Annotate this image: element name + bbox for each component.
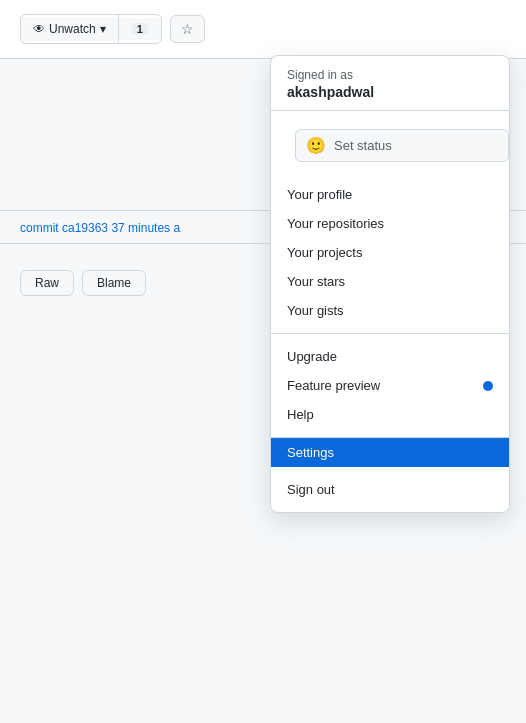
dropdown-header: Signed in as akashpadwal [271,56,509,111]
eye-icon: 👁 [33,22,45,36]
star-button[interactable]: ☆ [170,15,205,43]
feature-preview-dot [483,381,493,391]
user-dropdown-menu: Signed in as akashpadwal 🙂 Set status Yo… [270,55,510,513]
dropdown-section-profile: Your profile Your repositories Your proj… [271,172,509,334]
raw-button[interactable]: Raw [20,270,74,296]
watch-count[interactable]: 1 [119,18,161,40]
sign-out-item[interactable]: Sign out [271,475,509,504]
signed-in-label: Signed in as [287,68,493,82]
your-gists-item[interactable]: Your gists [271,296,509,325]
upgrade-item[interactable]: Upgrade [271,342,509,371]
set-status-button[interactable]: 🙂 Set status [295,129,509,162]
your-profile-item[interactable]: Your profile [271,180,509,209]
settings-item[interactable]: Settings [271,438,509,467]
file-actions: Raw Blame [20,270,146,296]
sign-out-section: Sign out [271,467,509,512]
repo-actions-bar: 👁 Unwatch ▾ 1 ☆ [0,0,526,59]
unwatch-button[interactable]: 👁 Unwatch ▾ [21,17,118,41]
your-repositories-item[interactable]: Your repositories [271,209,509,238]
your-stars-item[interactable]: Your stars [271,267,509,296]
set-status-area: 🙂 Set status [271,111,509,172]
help-item[interactable]: Help [271,400,509,429]
watch-button-group: 👁 Unwatch ▾ 1 [20,14,162,44]
your-projects-item[interactable]: Your projects [271,238,509,267]
settings-section: Settings [271,438,509,467]
chevron-down-icon: ▾ [100,22,106,36]
emoji-icon: 🙂 [306,136,326,155]
dropdown-section-tools: Upgrade Feature preview Help [271,334,509,438]
feature-preview-item[interactable]: Feature preview [271,371,509,400]
star-icon: ☆ [181,21,194,37]
username-label: akashpadwal [287,84,493,100]
blame-button[interactable]: Blame [82,270,146,296]
